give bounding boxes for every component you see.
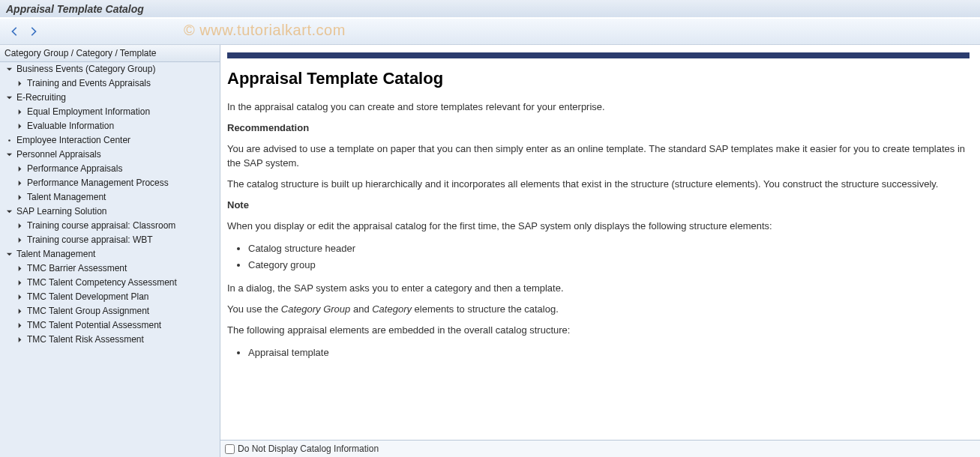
window-title: Appraisal Template Catalog (6, 3, 144, 15)
tree-column-header: Category Group / Category / Template (0, 45, 220, 62)
tree-node[interactable]: Evaluable Information (0, 119, 220, 133)
tree-node[interactable]: Equal Employment Information (0, 105, 220, 119)
list-item: Appraisal template (248, 345, 970, 361)
chevron-down-icon[interactable] (4, 250, 13, 259)
tree-node-label: Talent Management (16, 249, 95, 260)
tree-node[interactable]: Talent Management (0, 190, 220, 205)
content-scroll[interactable]: Appraisal Template Catalog In the apprai… (220, 45, 980, 440)
content-accent-bar (227, 52, 970, 58)
nav-back-button[interactable] (6, 24, 24, 39)
content-area: Appraisal Template Catalog In the apprai… (220, 45, 980, 457)
tree-node[interactable]: Personnel Appraisals (0, 148, 220, 162)
tree-node-label: Employee Interaction Center (16, 135, 130, 146)
content-heading: Appraisal Template Catalog (227, 69, 970, 88)
chevron-right-icon[interactable] (15, 236, 24, 245)
content-paragraph: In the appraisal catalog you can create … (227, 100, 970, 114)
tree-node[interactable]: TMC Talent Potential Assessment (0, 318, 220, 333)
checkbox-label: Do Not Display Catalog Information (238, 444, 379, 454)
tree-node[interactable]: Talent Management (0, 247, 220, 261)
nav-forward-button[interactable] (24, 24, 42, 39)
list-item: Catalog structure header (248, 240, 970, 257)
content-paragraph: The following appraisal elements are emb… (227, 324, 970, 337)
content-footer: Do Not Display Catalog Information (220, 440, 980, 457)
tree-node-label: TMC Barrier Assessment (27, 263, 127, 274)
tree-node[interactable]: TMC Talent Competency Assessment (0, 276, 220, 290)
tree-node[interactable]: TMC Talent Risk Assessment (0, 333, 220, 347)
tree-node-label: Training and Events Appraisals (27, 78, 151, 89)
toolbar: © www.tutorialkart.com (0, 18, 980, 45)
tree-node[interactable]: Business Events (Category Group) (0, 62, 220, 76)
arrow-right-icon (28, 26, 38, 37)
tree-node-label: Performance Management Process (27, 178, 169, 189)
tree-node-label: Training course appraisal: Classroom (27, 220, 175, 231)
content-paragraph: When you display or edit the appraisal c… (227, 220, 970, 233)
chevron-right-icon[interactable] (15, 307, 24, 316)
chevron-down-icon[interactable] (4, 151, 13, 160)
chevron-down-icon[interactable] (4, 94, 13, 103)
tree-node-label: Training course appraisal: WBT (27, 234, 153, 246)
chevron-down-icon[interactable] (4, 208, 13, 217)
tree-node[interactable]: Performance Appraisals (0, 162, 220, 176)
chevron-right-icon[interactable] (15, 321, 24, 330)
chevron-right-icon[interactable] (15, 293, 24, 302)
list-item: Category group (248, 257, 970, 273)
tree-node[interactable]: TMC Talent Development Plan (0, 290, 220, 304)
content-paragraph: The catalog structure is built up hierar… (227, 178, 970, 191)
chevron-right-icon[interactable] (15, 122, 24, 131)
main-split: Category Group / Category / Template Bus… (0, 45, 980, 457)
tree-node[interactable]: Training course appraisal: WBT (0, 233, 220, 247)
tree-node-label: E-Recruiting (16, 92, 66, 103)
tree-node[interactable]: Training course appraisal: Classroom (0, 219, 220, 233)
tree-node-label: SAP Learning Solution (16, 206, 107, 217)
tree-node-label: TMC Talent Potential Assessment (27, 320, 161, 331)
tree-node-label: Business Events (Category Group) (16, 64, 155, 75)
tree-node[interactable]: TMC Barrier Assessment (0, 261, 220, 276)
chevron-right-icon[interactable] (15, 193, 24, 202)
chevron-right-icon[interactable] (15, 179, 24, 188)
content-paragraph: In a dialog, the SAP system asks you to … (227, 282, 970, 295)
sidebar-tree[interactable]: Category Group / Category / Template Bus… (0, 45, 220, 457)
tree-node[interactable]: SAP Learning Solution (0, 205, 220, 219)
chevron-right-icon[interactable] (15, 279, 24, 288)
content-list: Appraisal template (248, 345, 970, 361)
tree-node-label: Evaluable Information (27, 121, 114, 132)
tree-node[interactable]: Performance Management Process (0, 176, 220, 190)
chevron-right-icon[interactable] (15, 108, 24, 117)
chevron-right-icon[interactable] (15, 165, 24, 174)
tree-node-label: TMC Talent Development Plan (27, 291, 149, 303)
chevron-down-icon[interactable] (4, 65, 13, 74)
do-not-display-checkbox[interactable] (225, 444, 235, 454)
svg-point-0 (8, 139, 10, 142)
chevron-right-icon[interactable] (15, 264, 24, 273)
chevron-right-icon[interactable] (15, 79, 24, 88)
content-subheading-note: Note (227, 199, 970, 212)
title-bar: Appraisal Template Catalog (0, 0, 980, 18)
tree-node[interactable]: Training and Events Appraisals (0, 76, 220, 91)
tree-node-label: TMC Talent Group Assignment (27, 306, 149, 317)
content-subheading-recommendation: Recommendation (227, 121, 970, 135)
content-paragraph: You use the Category Group and Category … (227, 303, 970, 316)
content-paragraph: You are advised to use a template on pap… (227, 142, 970, 169)
tree-node-label: TMC Talent Risk Assessment (27, 334, 144, 345)
tree-node-label: TMC Talent Competency Assessment (27, 277, 177, 288)
chevron-right-icon[interactable] (15, 336, 24, 345)
tree-node-label: Personnel Appraisals (16, 149, 101, 160)
tree-node-label: Talent Management (27, 192, 106, 203)
watermark-text: © www.tutorialkart.com (184, 22, 346, 39)
tree-node-label: Equal Employment Information (27, 106, 150, 118)
tree-node[interactable]: TMC Talent Group Assignment (0, 304, 220, 318)
content-list: Catalog structure header Category group (248, 240, 970, 273)
arrow-left-icon (10, 26, 20, 37)
tree-node[interactable]: E-Recruiting (0, 91, 220, 105)
tree-node-label: Performance Appraisals (27, 163, 122, 175)
tree-node[interactable]: Employee Interaction Center (0, 133, 220, 148)
chevron-right-icon[interactable] (15, 222, 24, 231)
bullet-icon (4, 136, 13, 145)
